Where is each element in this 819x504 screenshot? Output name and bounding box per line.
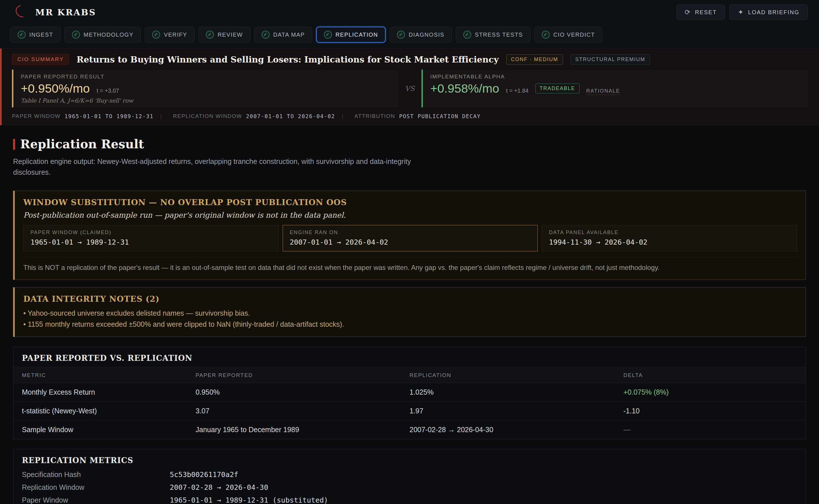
tab-ingest[interactable]: ✓ INGEST — [10, 27, 61, 43]
tab-cio-verdict[interactable]: ✓ CIO VERDICT — [534, 27, 602, 43]
alpha-label: IMPLEMENTABLE ALPHA — [430, 74, 800, 80]
meta-value: 2007-01-01 TO 2026-04-02 — [246, 113, 335, 119]
check-icon: ✓ — [324, 31, 332, 39]
panel-label: PAPER WINDOW (CLAIMED) — [30, 230, 272, 236]
tab-label: REPLICATION — [336, 32, 378, 38]
table-header-row: METRIC PAPER REPORTED REPLICATION DELTA — [13, 368, 806, 383]
app-root: MR KRABS ⟳ RESET ✦ LOAD BRIEFING ✓ INGES… — [0, 0, 819, 504]
check-icon: ✓ — [152, 31, 160, 39]
metric-row: Specification Hash 5c53b00261170a2f — [22, 470, 797, 479]
rationale-link[interactable]: RATIONALE — [586, 88, 620, 95]
check-icon: ✓ — [397, 31, 405, 39]
panel-data-panel-available: DATA PANEL AVAILABLE 1994-11-30 → 2026-0… — [542, 225, 797, 251]
window-panels: PAPER WINDOW (CLAIMED) 1965-01-01 → 1989… — [23, 225, 797, 251]
cell-delta: — — [624, 420, 806, 439]
paper-result-panel: PAPER REPORTED RESULT +0.950%/mo t = +3.… — [12, 70, 398, 107]
table-row: t-statistic (Newey-West) 3.07 1.97 -1.10 — [13, 401, 806, 420]
brand: MR KRABS — [11, 7, 96, 17]
metric-rows: Specification Hash 5c53b00261170a2f Repl… — [13, 470, 806, 504]
metric-value: 5c53b00261170a2f — [170, 470, 238, 479]
check-icon: ✓ — [72, 31, 80, 39]
tradeable-badge: TRADEABLE — [535, 84, 579, 93]
metric-value: 2007-02-28 → 2026-04-30 — [170, 483, 268, 491]
reset-label: RESET — [695, 9, 717, 16]
cio-summary-banner: CIO SUMMARY Returns to Buying Winners an… — [0, 49, 819, 125]
result-comparison-row: PAPER REPORTED RESULT +0.950%/mo t = +3.… — [12, 70, 808, 107]
reset-icon: ⟳ — [685, 9, 691, 16]
replication-metrics-box: REPLICATION METRICS Specification Hash 5… — [13, 449, 806, 504]
panel-value: 1994-11-30 → 2026-04-02 — [549, 238, 790, 246]
tab-verify[interactable]: ✓ VERIFY — [145, 27, 194, 43]
alpha-tstat: t = +1.84 — [506, 88, 529, 94]
meta-label: ATTRIBUTION — [355, 113, 395, 119]
structural-premium-badge: STRUCTURAL PREMIUM — [570, 54, 650, 65]
column-header-replication: REPLICATION — [410, 368, 624, 383]
metric-row: Replication Window 2007-02-28 → 2026-04-… — [22, 483, 797, 491]
load-briefing-button[interactable]: ✦ LOAD BRIEFING — [729, 5, 808, 20]
column-header-paper-reported: PAPER REPORTED — [195, 368, 410, 383]
cell-paper: 0.950% — [195, 383, 410, 401]
metric-label: Replication Window — [22, 483, 170, 491]
check-icon: ✓ — [18, 31, 26, 39]
cell-replication: 2007-02-28 → 2026-04-30 — [410, 420, 624, 439]
panel-label: ENGINE RAN ON — [290, 230, 531, 236]
tab-replication[interactable]: ✓ REPLICATION — [316, 27, 386, 43]
metric-row: Paper Window 1965-01-01 → 1989-12-31 (su… — [22, 496, 797, 504]
reset-button[interactable]: ⟳ RESET — [677, 5, 725, 20]
app-title: MR KRABS — [35, 7, 96, 17]
cell-metric: Monthly Excess Return — [13, 383, 195, 401]
implementable-alpha-panel: IMPLEMENTABLE ALPHA +0.958%/mo t = +1.84… — [421, 70, 808, 107]
meta-value: POST PUBLICATION DECAY — [399, 113, 481, 119]
check-icon: ✓ — [463, 31, 471, 39]
check-icon: ✓ — [542, 31, 550, 39]
comparison-table-title: PAPER REPORTED VS. REPLICATION — [13, 347, 806, 368]
meta-label: PAPER WINDOW — [12, 113, 61, 119]
tab-label: METHODOLOGY — [84, 32, 133, 38]
comparison-table-box: PAPER REPORTED VS. REPLICATION METRIC PA… — [13, 347, 806, 439]
data-integrity-box: DATA INTEGRITY NOTES (2) Yahoo-sourced u… — [13, 287, 806, 337]
integrity-notes-list: Yahoo-sourced universe excludes delisted… — [23, 308, 797, 330]
tab-label: CIO VERDICT — [553, 32, 595, 38]
meta-label: REPLICATION WINDOW — [173, 113, 242, 119]
tab-label: REVIEW — [218, 32, 243, 38]
main-content: Replication Result Replication engine ou… — [0, 137, 819, 504]
paper-title: Returns to Buying Winners and Selling Lo… — [76, 55, 498, 64]
panel-engine-ran-on: ENGINE RAN ON 2007-01-01 → 2026-04-02 — [283, 225, 538, 251]
tab-methodology[interactable]: ✓ METHODOLOGY — [65, 27, 141, 43]
tab-review[interactable]: ✓ REVIEW — [198, 27, 250, 43]
paper-result-tstat: t = +3.07 — [97, 88, 119, 94]
cell-paper: 3.07 — [195, 401, 410, 420]
table-row: Monthly Excess Return 0.950% 1.025% +0.0… — [13, 383, 806, 401]
metric-label: Specification Hash — [22, 470, 170, 479]
crab-logo-icon — [13, 3, 31, 20]
tab-diagnosis[interactable]: ✓ DIAGNOSIS — [390, 27, 452, 43]
panel-paper-window-claimed: PAPER WINDOW (CLAIMED) 1965-01-01 → 1989… — [23, 225, 279, 251]
metric-value: 1965-01-01 → 1989-12-31 (substituted) — [170, 496, 328, 504]
tab-label: STRESS TESTS — [475, 32, 523, 38]
column-header-delta: DELTA — [624, 368, 806, 383]
tab-label: VERIFY — [164, 32, 187, 38]
alpha-value: +0.958%/mo — [430, 82, 499, 95]
panel-label: DATA PANEL AVAILABLE — [549, 230, 790, 236]
paper-result-source: Table I Panel A, J=6/K=6 'Buy-sell' row — [21, 97, 391, 104]
topbar-actions: ⟳ RESET ✦ LOAD BRIEFING — [677, 5, 808, 20]
tab-stress-tests[interactable]: ✓ STRESS TESTS — [456, 27, 530, 43]
summary-meta-row: PAPER WINDOW 1965-01-01 TO 1989-12-31 RE… — [12, 113, 808, 119]
panel-value: 1965-01-01 → 1989-12-31 — [30, 238, 272, 246]
replication-metrics-title: REPLICATION METRICS — [13, 449, 806, 470]
paper-result-label: PAPER REPORTED RESULT — [21, 74, 391, 80]
paper-result-value: +0.950%/mo — [21, 82, 90, 95]
confidence-badge: CONF · MEDIUM — [506, 54, 563, 65]
cell-replication: 1.025% — [410, 383, 624, 401]
cell-metric: t-statistic (Newey-West) — [13, 401, 195, 420]
check-icon: ✓ — [206, 31, 214, 39]
meta-replication-window: REPLICATION WINDOW 2007-01-01 TO 2026-04… — [153, 113, 335, 119]
page-title: Replication Result — [20, 137, 144, 151]
tab-label: DIAGNOSIS — [409, 32, 444, 38]
meta-value: 1965-01-01 TO 1989-12-31 — [65, 113, 153, 119]
tab-data-map[interactable]: ✓ DATA MAP — [254, 27, 312, 43]
load-briefing-label: LOAD BRIEFING — [748, 9, 799, 16]
tab-label: DATA MAP — [273, 32, 305, 38]
integrity-note: Yahoo-sourced universe excludes delisted… — [23, 308, 797, 319]
column-header-metric: METRIC — [13, 368, 195, 383]
